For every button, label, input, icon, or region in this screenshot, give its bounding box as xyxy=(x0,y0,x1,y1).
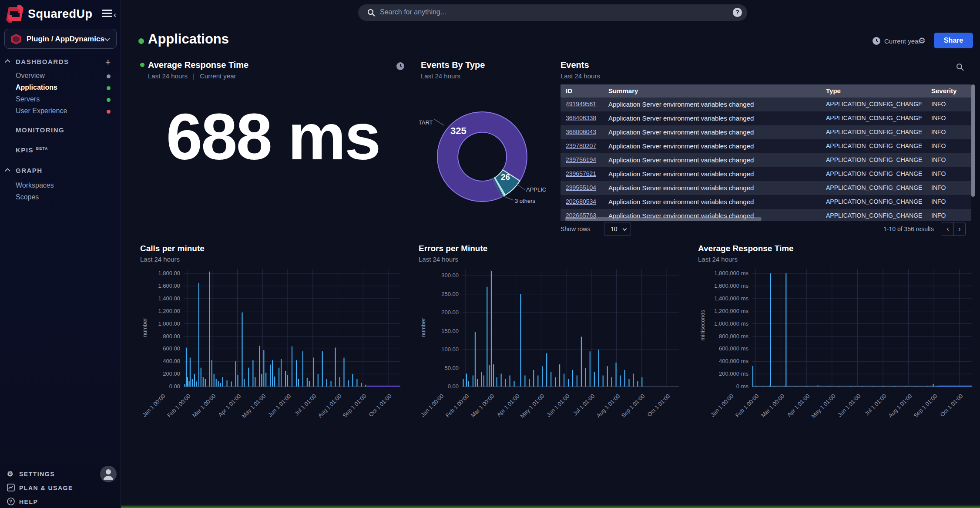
tile-title: Events xyxy=(560,60,589,70)
avatar[interactable] xyxy=(100,466,117,482)
section-label: DASHBOARDS xyxy=(16,58,69,65)
table-row[interactable]: 239657621Application Server environment … xyxy=(560,167,971,181)
x-tick-label: Jan 1 00:00 xyxy=(701,393,735,418)
prev-page-button[interactable]: ‹ xyxy=(942,222,954,236)
event-severity: INFO xyxy=(931,128,946,135)
y-tick-label: 0.00 xyxy=(141,383,180,390)
plugin-selector-label: Plugin / AppDynamics xyxy=(27,35,104,44)
brand-name: SquaredUp xyxy=(28,7,93,21)
page-title: Applications xyxy=(148,31,229,47)
events-table: IDSummaryTypeSeverity491949561Applicatio… xyxy=(560,84,975,221)
tile-title: Events By Type xyxy=(421,60,485,70)
event-severity: INFO xyxy=(931,170,946,177)
sidebar-item-servers[interactable]: Servers xyxy=(0,94,121,105)
donut-callout-others: 3 others xyxy=(515,198,535,204)
event-summary: Application Server environment variables… xyxy=(608,198,754,205)
table-search-icon[interactable] xyxy=(956,63,964,71)
item-label: Workspaces xyxy=(16,182,54,189)
column-header-summary[interactable]: Summary xyxy=(608,87,638,94)
event-type: APPLICATION_CONFIG_CHANGE xyxy=(826,184,922,191)
y-axis-title: milliseconds xyxy=(699,315,706,341)
sidebar-item-overview[interactable]: Overview xyxy=(0,71,121,82)
tile-sub-range: Last 24 hours xyxy=(148,72,188,80)
rows-per-page-select[interactable]: 10 xyxy=(604,222,631,236)
sidebar-item-applications[interactable]: Applications xyxy=(0,83,121,94)
table-row[interactable]: 491949561Application Server environment … xyxy=(560,98,971,111)
next-page-button[interactable]: › xyxy=(953,222,966,236)
chevron-down-icon xyxy=(623,227,627,231)
event-id-link[interactable]: 491949561 xyxy=(566,101,596,108)
event-id-link[interactable]: 202680534 xyxy=(566,198,596,205)
time-scope-label[interactable]: Current year xyxy=(884,37,920,45)
tile-errors-per-minute: Errors per MinuteLast 24 hoursnumber300.… xyxy=(417,244,686,418)
sidebar-footer-plan-usage[interactable]: PLAN & USAGE xyxy=(0,483,121,495)
column-header-type[interactable]: Type xyxy=(826,87,841,94)
tile-average-response-time-chart: Average Response TimeLast 24 hoursmillis… xyxy=(696,244,980,418)
table-row[interactable]: 368006043Application Server environment … xyxy=(560,125,971,139)
table-row[interactable]: 368406338Application Server environment … xyxy=(560,111,971,125)
sidebar-section-dashboards[interactable]: DASHBOARDS+ xyxy=(0,57,121,68)
sidebar-item-workspaces[interactable]: Workspaces xyxy=(0,181,121,192)
event-id-link[interactable]: 368406338 xyxy=(566,114,596,121)
table-row[interactable]: 239555104Application Server environment … xyxy=(560,181,971,195)
clock-icon xyxy=(872,37,881,45)
table-row[interactable]: 239756194Application Server environment … xyxy=(560,153,971,167)
column-header-severity[interactable]: Severity xyxy=(931,87,957,94)
tile-title: Errors per Minute xyxy=(419,244,487,253)
event-summary: Application Server environment variables… xyxy=(608,142,754,150)
search-help-icon[interactable]: ? xyxy=(733,8,742,17)
y-tick-label: 600,000 ms xyxy=(709,345,748,352)
tile-clock-icon[interactable] xyxy=(396,62,405,71)
sidebar-section-graph[interactable]: GRAPH xyxy=(0,165,121,177)
event-id-link[interactable]: 239756194 xyxy=(566,156,596,163)
menu-icon[interactable] xyxy=(102,10,112,17)
footer-label: PLAN & USAGE xyxy=(19,484,73,491)
table-row[interactable]: 239780207Application Server environment … xyxy=(560,139,971,153)
event-summary: Application Server environment variables… xyxy=(608,184,754,192)
event-type: APPLICATION_CONFIG_CHANGE xyxy=(826,170,922,177)
sidebar-item-user-experience[interactable]: User Experience xyxy=(0,106,121,117)
sidebar-item-scopes[interactable]: Scopes xyxy=(0,192,121,203)
table-row[interactable]: 202680534Application Server environment … xyxy=(560,195,971,209)
search-input[interactable]: Search for anything... ? xyxy=(358,4,747,21)
sidebar-footer-help[interactable]: ?HELP xyxy=(0,497,121,508)
event-id-link[interactable]: 239555104 xyxy=(566,184,596,191)
tile-title: Average Response Time xyxy=(698,244,794,253)
event-severity: INFO xyxy=(931,101,946,108)
collapse-sidebar-icon[interactable]: ‹ xyxy=(114,10,116,20)
dashboard-settings-gear-icon[interactable]: ⚙ xyxy=(918,36,926,46)
plugin-selector[interactable]: Plugin / AppDynamics xyxy=(4,29,117,49)
sidebar-section-kpis[interactable]: KPIS BETA xyxy=(0,145,121,156)
bottom-green-bar xyxy=(0,505,980,508)
sidebar-section-monitoring[interactable]: MONITORING xyxy=(0,125,121,136)
add-dashboard-icon[interactable]: + xyxy=(105,57,111,68)
event-id-link[interactable]: 368006043 xyxy=(566,128,596,135)
help-icon: ? xyxy=(7,498,15,505)
event-id-link[interactable]: 239657621 xyxy=(566,170,596,177)
y-tick-label: 1,400,000 ms xyxy=(709,295,748,302)
tile-events: Events Last 24 hours IDSummaryTypeSeveri… xyxy=(560,60,975,243)
event-type: APPLICATION_CONFIG_CHANGE xyxy=(826,128,922,135)
status-dot xyxy=(107,98,111,102)
beta-badge: BETA xyxy=(36,146,48,151)
vertical-scrollbar[interactable] xyxy=(971,84,975,197)
item-label: User Experience xyxy=(16,107,67,115)
event-severity: INFO xyxy=(931,212,946,219)
chevron-up-icon xyxy=(5,59,10,65)
tile-subtitle: Last 24 hours xyxy=(419,256,458,263)
event-type: APPLICATION_CONFIG_CHANGE xyxy=(826,212,922,219)
tile-title: Average Response Time xyxy=(148,60,248,70)
results-count: 1-10 of 356 results xyxy=(883,225,934,232)
event-id-link[interactable]: 239780207 xyxy=(566,142,596,149)
y-tick-label: 400.00 xyxy=(141,358,180,364)
horizontal-scrollbar[interactable] xyxy=(565,217,762,221)
chart-icon xyxy=(7,484,15,491)
column-header-id[interactable]: ID xyxy=(566,87,572,94)
y-tick-label: 1,800.00 xyxy=(141,270,180,276)
event-summary: Application Server environment variables… xyxy=(608,101,754,108)
donut-callout-applic: APPLIC xyxy=(526,186,546,193)
chevron-down-icon xyxy=(104,36,110,41)
share-button[interactable]: Share xyxy=(934,33,973,48)
rows-per-page-value: 10 xyxy=(611,225,618,232)
event-severity: INFO xyxy=(931,114,946,121)
